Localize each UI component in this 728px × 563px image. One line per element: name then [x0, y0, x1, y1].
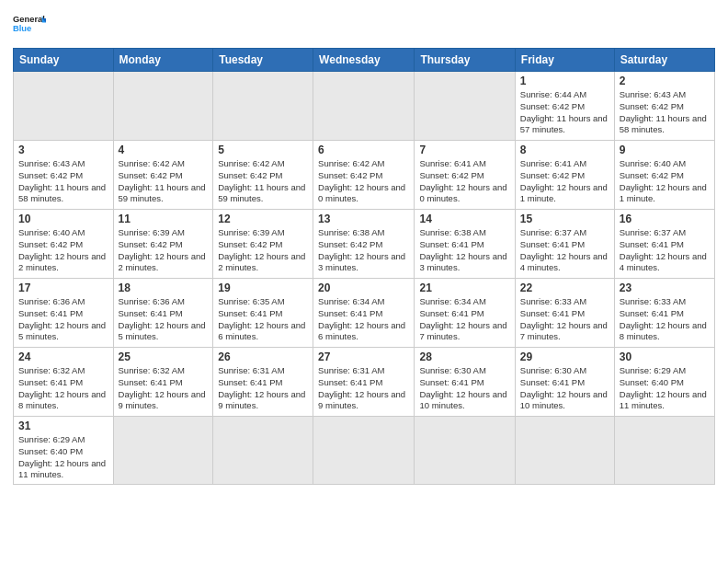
weekday-header-monday: Monday [113, 49, 213, 72]
weekday-header-sunday: Sunday [14, 49, 114, 72]
day-info: Sunrise: 6:38 AM Sunset: 6:42 PM Dayligh… [318, 227, 409, 274]
calendar-day-cell: 23Sunrise: 6:33 AM Sunset: 6:41 PM Dayli… [614, 279, 714, 348]
calendar-day-cell: 1Sunrise: 6:44 AM Sunset: 6:42 PM Daylig… [515, 72, 614, 141]
day-number: 27 [318, 350, 409, 363]
svg-text:General: General [13, 15, 45, 24]
calendar-day-cell [213, 417, 313, 485]
calendar-day-cell: 21Sunrise: 6:34 AM Sunset: 6:41 PM Dayli… [415, 279, 515, 348]
calendar-day-cell: 16Sunrise: 6:37 AM Sunset: 6:41 PM Dayli… [614, 210, 714, 279]
calendar-day-cell [515, 417, 614, 485]
day-info: Sunrise: 6:33 AM Sunset: 6:41 PM Dayligh… [520, 296, 609, 343]
day-number: 2 [620, 75, 710, 87]
calendar-day-cell: 5Sunrise: 6:42 AM Sunset: 6:42 PM Daylig… [213, 141, 313, 210]
calendar-day-cell: 2Sunrise: 6:43 AM Sunset: 6:42 PM Daylig… [614, 72, 714, 141]
day-number: 11 [119, 213, 209, 225]
day-info: Sunrise: 6:36 AM Sunset: 6:41 PM Dayligh… [18, 296, 108, 343]
calendar-week-row: 24Sunrise: 6:32 AM Sunset: 6:41 PM Dayli… [14, 348, 715, 417]
day-info: Sunrise: 6:34 AM Sunset: 6:41 PM Dayligh… [318, 296, 409, 343]
day-number: 26 [218, 350, 308, 363]
day-number: 3 [18, 144, 108, 156]
calendar-day-cell [213, 72, 313, 141]
calendar-day-cell [614, 417, 714, 485]
calendar-day-cell: 13Sunrise: 6:38 AM Sunset: 6:42 PM Dayli… [313, 210, 415, 279]
day-number: 17 [18, 282, 108, 294]
day-number: 25 [119, 350, 209, 363]
day-number: 22 [520, 282, 609, 294]
calendar-day-cell: 25Sunrise: 6:32 AM Sunset: 6:41 PM Dayli… [113, 348, 213, 417]
calendar-week-row: 3Sunrise: 6:43 AM Sunset: 6:42 PM Daylig… [14, 141, 715, 210]
day-number: 18 [119, 282, 209, 294]
calendar-day-cell: 28Sunrise: 6:30 AM Sunset: 6:41 PM Dayli… [415, 348, 515, 417]
calendar-table: SundayMondayTuesdayWednesdayThursdayFrid… [13, 48, 715, 485]
calendar-day-cell: 26Sunrise: 6:31 AM Sunset: 6:41 PM Dayli… [213, 348, 313, 417]
calendar-day-cell: 20Sunrise: 6:34 AM Sunset: 6:41 PM Dayli… [313, 279, 415, 348]
day-info: Sunrise: 6:30 AM Sunset: 6:41 PM Dayligh… [520, 365, 609, 412]
calendar-day-cell [313, 72, 415, 141]
calendar-day-cell [113, 72, 213, 141]
day-number: 1 [520, 75, 609, 87]
calendar-day-cell: 31Sunrise: 6:29 AM Sunset: 6:40 PM Dayli… [14, 417, 114, 485]
weekday-header-tuesday: Tuesday [213, 49, 313, 72]
calendar-day-cell: 29Sunrise: 6:30 AM Sunset: 6:41 PM Dayli… [515, 348, 614, 417]
calendar-week-row: 10Sunrise: 6:40 AM Sunset: 6:42 PM Dayli… [14, 210, 715, 279]
weekday-header-saturday: Saturday [614, 49, 714, 72]
calendar-day-cell: 11Sunrise: 6:39 AM Sunset: 6:42 PM Dayli… [113, 210, 213, 279]
day-number: 5 [218, 144, 308, 156]
calendar-day-cell: 12Sunrise: 6:39 AM Sunset: 6:42 PM Dayli… [213, 210, 313, 279]
day-number: 31 [18, 419, 108, 432]
day-info: Sunrise: 6:44 AM Sunset: 6:42 PM Dayligh… [520, 89, 609, 136]
day-info: Sunrise: 6:29 AM Sunset: 6:40 PM Dayligh… [620, 365, 710, 412]
day-info: Sunrise: 6:29 AM Sunset: 6:40 PM Dayligh… [18, 434, 108, 481]
calendar-day-cell: 18Sunrise: 6:36 AM Sunset: 6:41 PM Dayli… [113, 279, 213, 348]
svg-text:Blue: Blue [13, 24, 31, 33]
day-number: 23 [620, 282, 710, 294]
calendar-day-cell: 22Sunrise: 6:33 AM Sunset: 6:41 PM Dayli… [515, 279, 614, 348]
calendar-day-cell: 24Sunrise: 6:32 AM Sunset: 6:41 PM Dayli… [14, 348, 114, 417]
calendar-day-cell: 19Sunrise: 6:35 AM Sunset: 6:41 PM Dayli… [213, 279, 313, 348]
day-number: 12 [218, 213, 308, 225]
day-number: 14 [419, 213, 509, 225]
day-info: Sunrise: 6:43 AM Sunset: 6:42 PM Dayligh… [18, 158, 108, 205]
day-number: 8 [520, 144, 609, 156]
calendar-week-row: 1Sunrise: 6:44 AM Sunset: 6:42 PM Daylig… [14, 72, 715, 141]
day-info: Sunrise: 6:31 AM Sunset: 6:41 PM Dayligh… [218, 365, 308, 412]
calendar-day-cell [14, 72, 114, 141]
day-info: Sunrise: 6:41 AM Sunset: 6:42 PM Dayligh… [520, 158, 609, 205]
day-info: Sunrise: 6:42 AM Sunset: 6:42 PM Dayligh… [218, 158, 308, 205]
day-number: 30 [620, 350, 710, 363]
day-info: Sunrise: 6:37 AM Sunset: 6:41 PM Dayligh… [520, 227, 609, 274]
day-info: Sunrise: 6:37 AM Sunset: 6:41 PM Dayligh… [620, 227, 710, 274]
day-info: Sunrise: 6:40 AM Sunset: 6:42 PM Dayligh… [18, 227, 108, 274]
day-number: 19 [218, 282, 308, 294]
day-number: 29 [520, 350, 609, 363]
calendar-day-cell: 30Sunrise: 6:29 AM Sunset: 6:40 PM Dayli… [614, 348, 714, 417]
day-info: Sunrise: 6:31 AM Sunset: 6:41 PM Dayligh… [318, 365, 409, 412]
day-number: 7 [419, 144, 509, 156]
day-number: 10 [18, 213, 108, 225]
calendar-day-cell [415, 72, 515, 141]
calendar-day-cell: 14Sunrise: 6:38 AM Sunset: 6:41 PM Dayli… [415, 210, 515, 279]
calendar-day-cell [415, 417, 515, 485]
day-info: Sunrise: 6:30 AM Sunset: 6:41 PM Dayligh… [419, 365, 509, 412]
day-number: 21 [419, 282, 509, 294]
calendar-day-cell [113, 417, 213, 485]
logo: General Blue [13, 9, 46, 42]
day-number: 6 [318, 144, 409, 156]
day-info: Sunrise: 6:33 AM Sunset: 6:41 PM Dayligh… [620, 296, 710, 343]
day-number: 9 [620, 144, 710, 156]
day-info: Sunrise: 6:36 AM Sunset: 6:41 PM Dayligh… [119, 296, 209, 343]
calendar-day-cell: 17Sunrise: 6:36 AM Sunset: 6:41 PM Dayli… [14, 279, 114, 348]
day-info: Sunrise: 6:38 AM Sunset: 6:41 PM Dayligh… [419, 227, 509, 274]
day-number: 13 [318, 213, 409, 225]
weekday-header-friday: Friday [515, 49, 614, 72]
page-header: General Blue [13, 9, 715, 42]
day-info: Sunrise: 6:43 AM Sunset: 6:42 PM Dayligh… [620, 89, 710, 136]
calendar-day-cell: 9Sunrise: 6:40 AM Sunset: 6:42 PM Daylig… [614, 141, 714, 210]
weekday-header-row: SundayMondayTuesdayWednesdayThursdayFrid… [14, 49, 715, 72]
calendar-day-cell: 6Sunrise: 6:42 AM Sunset: 6:42 PM Daylig… [313, 141, 415, 210]
calendar-day-cell: 3Sunrise: 6:43 AM Sunset: 6:42 PM Daylig… [14, 141, 114, 210]
calendar-day-cell: 27Sunrise: 6:31 AM Sunset: 6:41 PM Dayli… [313, 348, 415, 417]
calendar-day-cell: 10Sunrise: 6:40 AM Sunset: 6:42 PM Dayli… [14, 210, 114, 279]
calendar-day-cell: 8Sunrise: 6:41 AM Sunset: 6:42 PM Daylig… [515, 141, 614, 210]
day-number: 24 [18, 350, 108, 363]
